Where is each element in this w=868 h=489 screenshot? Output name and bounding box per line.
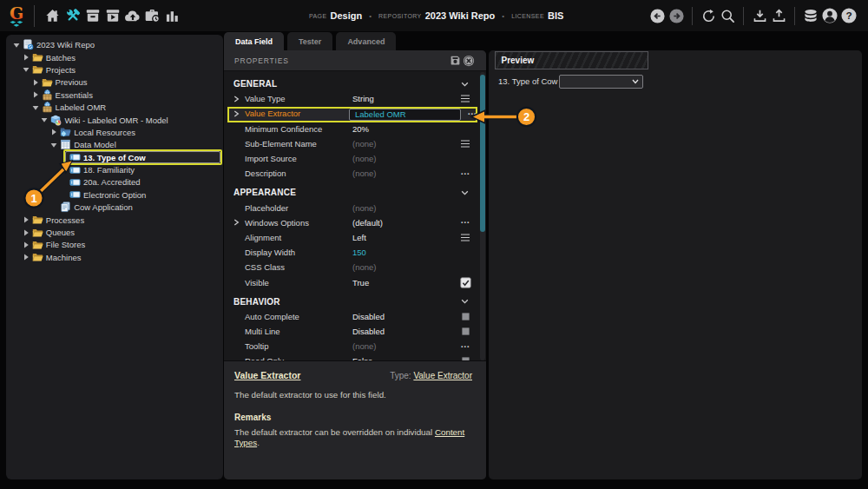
tree-node-2023-wiki-repo[interactable]: 2023 Wiki Repo: [6, 39, 223, 51]
ellipsis-button[interactable]: ...: [454, 344, 477, 349]
expand-open-icon[interactable]: [13, 41, 23, 49]
chevron-down-icon[interactable]: [461, 82, 469, 87]
menu-icon[interactable]: [454, 95, 477, 102]
menu-icon[interactable]: [454, 140, 477, 148]
tab-tester[interactable]: Tester: [287, 32, 332, 50]
tree-node-machines[interactable]: Machines: [6, 251, 223, 263]
property-row-display-width[interactable]: Display Width150: [224, 245, 480, 260]
property-value[interactable]: True: [352, 278, 454, 287]
tree-node-cow-application[interactable]: Cow Application: [6, 202, 223, 214]
tree-node-18-familiarity[interactable]: 18. Familiarity: [6, 163, 223, 175]
property-value[interactable]: False: [352, 356, 454, 360]
expand-open-icon[interactable]: [41, 116, 50, 124]
download-icon[interactable]: [751, 6, 768, 25]
tree-node-file-stores[interactable]: File Stores: [6, 239, 223, 251]
checkbox-checked-icon[interactable]: [454, 277, 477, 288]
tree-node-queues[interactable]: Queues: [6, 226, 223, 238]
checkbox-filled-icon[interactable]: [454, 311, 477, 322]
search-icon[interactable]: [719, 6, 736, 25]
repository-value[interactable]: 2023 Wiki Repo: [425, 10, 496, 21]
property-grid-scrollbar[interactable]: [480, 72, 485, 360]
user-icon[interactable]: [821, 6, 838, 25]
tree-node-20a-accredited[interactable]: 20a. Accredited: [6, 176, 223, 188]
expander-icon[interactable]: [233, 96, 245, 102]
value-extractor-input[interactable]: Labeled OMR: [349, 109, 461, 121]
home-icon[interactable]: [43, 6, 62, 25]
tree-node-wiki-labeled-omr-model[interactable]: Wiki - Labeled OMR - Model: [6, 114, 223, 126]
preview-field-dropdown[interactable]: [559, 75, 643, 89]
property-row-auto-complete[interactable]: Auto CompleteDisabled: [224, 309, 480, 324]
ellipsis-button[interactable]: ...: [454, 171, 477, 176]
property-value[interactable]: String: [352, 94, 454, 103]
cloud-upload-icon[interactable]: [123, 6, 141, 25]
tree-node-previous[interactable]: Previous: [6, 76, 223, 89]
chevron-down-icon[interactable]: [461, 299, 469, 304]
property-row-multi-line[interactable]: Multi LineDisabled: [224, 324, 480, 339]
expand-open-icon[interactable]: [23, 66, 32, 74]
property-row-import-source[interactable]: Import Source(none): [224, 151, 480, 166]
section-header-general[interactable]: GENERAL: [224, 76, 480, 91]
property-value[interactable]: (default): [352, 218, 454, 228]
expand-closed-icon[interactable]: [23, 241, 32, 248]
property-row-placeholder[interactable]: Placeholder(none): [224, 201, 480, 215]
expand-open-icon[interactable]: [32, 103, 42, 111]
checkbox-filled-icon[interactable]: [454, 355, 477, 360]
property-value[interactable]: (none): [352, 139, 454, 149]
expand-closed-icon[interactable]: [32, 91, 42, 99]
property-value[interactable]: 150: [352, 248, 454, 257]
property-row-windows-options[interactable]: Windows Options(default)...: [224, 215, 480, 230]
property-row-alignment[interactable]: AlignmentLeft: [224, 230, 480, 245]
property-row-visible[interactable]: VisibleTrue: [224, 274, 480, 289]
scrollbar-thumb[interactable]: [480, 75, 485, 232]
property-row-css-class[interactable]: CSS Class(none): [224, 260, 480, 274]
forward-icon[interactable]: [667, 6, 685, 25]
save-icon[interactable]: [449, 55, 461, 67]
property-value[interactable]: 20%: [352, 124, 454, 134]
property-row-value-type[interactable]: Value TypeString: [224, 91, 480, 106]
back-icon[interactable]: [648, 6, 666, 25]
archive-box-icon[interactable]: [83, 6, 102, 25]
property-row-description[interactable]: Description(none)...: [224, 166, 480, 181]
expand-closed-icon[interactable]: [23, 54, 32, 62]
expand-closed-icon[interactable]: [23, 228, 32, 236]
property-value[interactable]: Disabled: [352, 312, 454, 321]
help-icon[interactable]: ?: [840, 6, 858, 25]
expand-closed-icon[interactable]: [23, 254, 32, 261]
bar-chart-icon[interactable]: [163, 6, 181, 25]
property-value[interactable]: (none): [352, 154, 454, 163]
tree-node-local-resources[interactable]: Local Resources: [6, 126, 223, 138]
tab-data-field[interactable]: Data Field: [224, 32, 284, 50]
database-icon[interactable]: [802, 6, 819, 25]
property-value[interactable]: (none): [352, 169, 454, 178]
tab-advanced[interactable]: Advanced: [336, 32, 396, 50]
tree-node-essentials[interactable]: Essentials: [6, 89, 223, 101]
property-value[interactable]: (none): [352, 341, 454, 351]
tree-node-electronic-option[interactable]: Electronic Option: [6, 188, 223, 201]
expander-icon[interactable]: [233, 219, 245, 226]
upload-icon[interactable]: [770, 6, 787, 25]
tools-icon[interactable]: [63, 6, 82, 25]
tree-node-batches[interactable]: Batches: [6, 51, 223, 63]
property-value[interactable]: (none): [352, 203, 454, 213]
property-row-minimum-confidence[interactable]: Minimum Confidence20%: [224, 122, 480, 136]
tree-node-labeled-omr[interactable]: Labeled OMR: [6, 101, 223, 113]
refresh-icon[interactable]: [700, 6, 717, 25]
property-value[interactable]: Labeled OMR: [352, 107, 461, 122]
tree-node-projects[interactable]: Projects: [6, 63, 223, 76]
expand-closed-icon[interactable]: [50, 129, 60, 136]
checkbox-filled-icon[interactable]: [454, 326, 477, 337]
section-header-behavior[interactable]: BEHAVIOR: [224, 294, 480, 309]
batch-play-icon[interactable]: [103, 6, 122, 25]
expander-icon[interactable]: [233, 110, 245, 117]
grooper-logo[interactable]: G: [0, 0, 33, 31]
menu-icon[interactable]: [454, 234, 477, 241]
section-header-appearance[interactable]: APPEARANCE: [224, 185, 480, 200]
property-row-read-only[interactable]: Read OnlyFalse: [224, 354, 480, 360]
description-type-link[interactable]: Value Extractor: [413, 371, 472, 380]
briefcase-clock-icon[interactable]: [143, 6, 161, 25]
property-value[interactable]: Left: [352, 233, 454, 242]
expand-closed-icon[interactable]: [32, 78, 42, 86]
ellipsis-button[interactable]: ...: [454, 220, 477, 225]
property-value[interactable]: Disabled: [352, 327, 454, 336]
expand-closed-icon[interactable]: [23, 216, 32, 224]
